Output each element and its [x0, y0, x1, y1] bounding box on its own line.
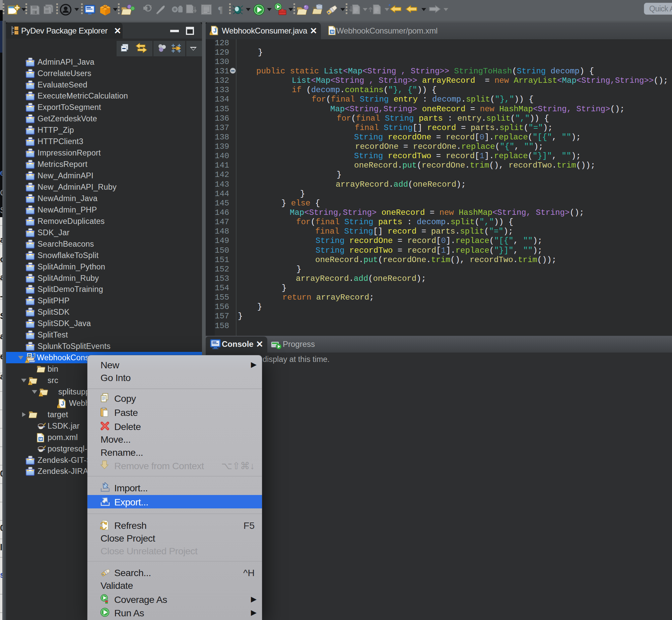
svg-text:M: M	[331, 30, 334, 34]
svg-text:J: J	[61, 401, 64, 407]
svg-text:*: *	[389, 4, 391, 9]
svg-text:J: J	[213, 28, 216, 34]
svg-text:¶: ¶	[218, 5, 223, 15]
svg-text:M: M	[39, 437, 42, 441]
